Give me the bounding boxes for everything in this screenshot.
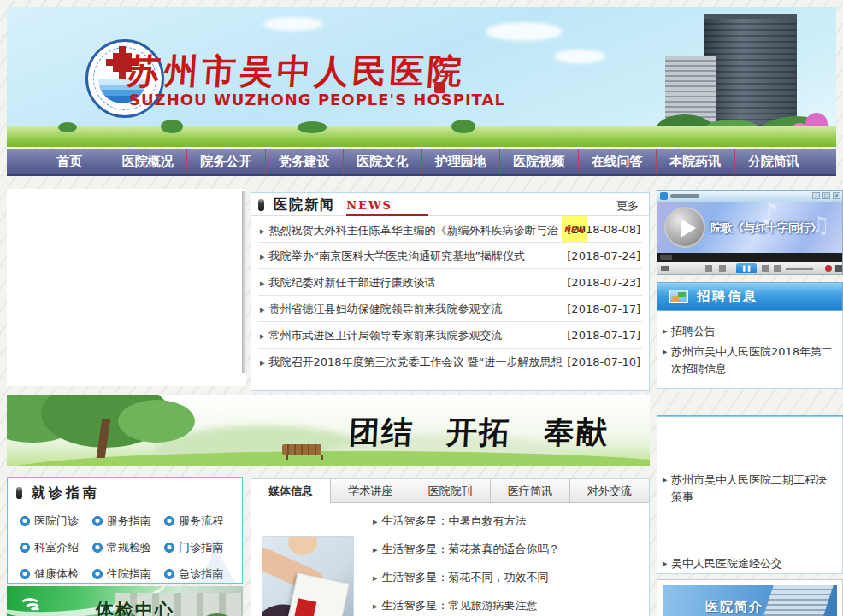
news-more-link[interactable]: 更多 bbox=[616, 198, 639, 214]
announcement-item-label[interactable]: 吴中人民医院途经公交 bbox=[671, 557, 782, 570]
circle-arrow-icon bbox=[164, 516, 174, 526]
playlist-icon[interactable] bbox=[774, 265, 781, 272]
recruit-item[interactable]: 招聘公告 bbox=[657, 323, 842, 340]
news-item-title[interactable]: 我院召开2018年度第三次党委工作会议 暨“进一步解放思想 bbox=[269, 355, 563, 368]
video-player: – □ ✕ ♪ ♫ 院歌《与红十字同行》 ❚❚ bbox=[657, 190, 843, 275]
guide-item-service-guide[interactable]: 服务指南 bbox=[92, 507, 165, 534]
announcement-item[interactable]: 苏州市吴中人民医院二期工程决策事 bbox=[657, 472, 842, 506]
arrow-bullet-icon bbox=[371, 571, 382, 584]
nav-item-qa[interactable]: 在线问答 bbox=[578, 149, 657, 174]
guide-item-service-flow[interactable]: 服务流程 bbox=[164, 507, 237, 534]
recruit-item[interactable]: 苏州市吴中人民医院2018年第二次招聘信息 bbox=[657, 343, 842, 378]
media-photo[interactable] bbox=[262, 536, 354, 616]
nav-item-home[interactable]: 首页 bbox=[31, 149, 109, 174]
next-icon[interactable] bbox=[762, 265, 769, 272]
guide-panel: 就诊指南 医院门诊 服务指南 服务流程 科室介绍 常规检验 门诊指南 健康体检 … bbox=[7, 477, 243, 584]
guide-item-outpatient-guide[interactable]: 门诊指南 bbox=[164, 534, 237, 560]
circle-arrow-icon bbox=[20, 543, 30, 553]
recruit-box: 招聘公告 苏州市吴中人民医院2018年第二次招聘信息 bbox=[657, 311, 843, 389]
recruit-item-label[interactable]: 招聘公告 bbox=[671, 325, 716, 337]
news-title-en: NEWS bbox=[346, 199, 428, 216]
media-item-title[interactable]: 生活智多星：常见旅游病要注意 bbox=[382, 599, 538, 612]
checkup-center-banner[interactable]: 体检中心 bbox=[7, 586, 243, 616]
news-title: 医院新闻 bbox=[274, 197, 335, 213]
building-tower bbox=[704, 14, 797, 133]
nav-item-party[interactable]: 党务建设 bbox=[265, 149, 344, 174]
nav-item-branch[interactable]: 分院简讯 bbox=[734, 149, 813, 174]
announcement-item[interactable]: 吴中人民医院途经公交 bbox=[657, 555, 842, 572]
nav-item-video[interactable]: 医院视频 bbox=[499, 149, 578, 174]
news-row[interactable]: 我院召开2018年度第三次党委工作会议 暨“进一步解放思想 [2018-07-1… bbox=[258, 349, 642, 375]
news-row[interactable]: 热烈祝贺大外科主任陈革华主编的《新编外科疾病诊断与治NEW [2018-08-0… bbox=[258, 216, 642, 243]
play-button[interactable] bbox=[664, 207, 705, 248]
previous-icon[interactable] bbox=[719, 265, 726, 272]
slogan-banner: 团结 开拓 奉献 bbox=[7, 395, 650, 466]
news-item-title[interactable]: 贵州省德江县妇幼保健院领导前来我院参观交流 bbox=[269, 302, 503, 315]
news-item-date: [2018-07-10] bbox=[567, 349, 640, 375]
minimize-icon[interactable]: – bbox=[812, 192, 820, 199]
tab-media-info[interactable]: 媒体信息 bbox=[251, 479, 330, 503]
arrow-bullet-icon bbox=[371, 543, 382, 555]
nav-item-overview[interactable]: 医院概况 bbox=[109, 149, 187, 174]
news-row[interactable]: 常州市武进区卫计局领导专家前来我院参观交流 [2018-07-17] bbox=[258, 322, 642, 349]
nav-item-pharmacy[interactable]: 本院药讯 bbox=[656, 149, 734, 174]
media-item-title[interactable]: 生活智多星：菊花不同，功效不同 bbox=[382, 571, 549, 584]
announcement-item-label[interactable]: 苏州市吴中人民医院二期工程决策事 bbox=[671, 473, 827, 503]
guide-item-outpatient[interactable]: 医院门诊 bbox=[20, 507, 92, 534]
news-row[interactable]: 贵州省德江县妇幼保健院领导前来我院参观交流 [2018-07-17] bbox=[258, 296, 642, 322]
site-header: 苏州市吴中人民医院 SUZHOU WUZHONG PEOPLE'S HOSPIT… bbox=[7, 7, 836, 147]
guide-item-inpatient-guide[interactable]: 住院指南 bbox=[92, 560, 165, 584]
media-item-title[interactable]: 生活智多星：菊花茶真的适合你吗？ bbox=[382, 543, 560, 555]
guide-header: 就诊指南 bbox=[8, 478, 242, 504]
record-icon[interactable] bbox=[825, 265, 832, 272]
progress-label bbox=[660, 255, 672, 260]
media-item[interactable]: 生活智多星：常见旅游病要注意 bbox=[371, 598, 538, 613]
menu-icon[interactable] bbox=[661, 266, 669, 271]
nav-item-nursing[interactable]: 护理园地 bbox=[422, 149, 500, 174]
announcement-box: 苏州市吴中人民医院二期工程决策事 吴中人民医院途经公交 吴中人民医院地理位置 bbox=[657, 417, 843, 574]
intro-title: 医院简介 bbox=[705, 599, 763, 615]
guide-item-routine-tests[interactable]: 常规检验 bbox=[92, 534, 165, 560]
media-item[interactable]: 生活智多星：中暑自救有方法 bbox=[371, 513, 527, 529]
nav-item-open-affairs[interactable]: 院务公开 bbox=[186, 149, 265, 174]
pause-button[interactable]: ❚❚ bbox=[736, 263, 757, 273]
tab-external-exchange[interactable]: 对外交流 bbox=[569, 479, 649, 503]
news-row[interactable]: 我院举办“南京医科大学医患沟通研究基地”揭牌仪式 [2018-07-24] bbox=[258, 243, 642, 269]
slideshow-area[interactable] bbox=[7, 189, 246, 386]
page: 苏州市吴中人民医院 SUZHOU WUZHONG PEOPLE'S HOSPIT… bbox=[0, 0, 843, 616]
news-row[interactable]: 我院纪委对新任干部进行廉政谈话 [2018-07-23] bbox=[258, 269, 642, 296]
guide-item-health-checkup[interactable]: 健康体检 bbox=[20, 560, 92, 584]
tree bbox=[451, 120, 475, 133]
news-item-title[interactable]: 我院纪委对新任干部进行廉政谈话 bbox=[269, 276, 436, 289]
tab-lectures[interactable]: 学术讲座 bbox=[330, 479, 410, 503]
volume-slider[interactable] bbox=[786, 268, 813, 270]
maximize-icon[interactable]: □ bbox=[822, 192, 830, 199]
media-item[interactable]: 生活智多星：菊花不同，功效不同 bbox=[371, 570, 549, 585]
news-item-title[interactable]: 常州市武进区卫计局领导专家前来我院参观交流 bbox=[269, 329, 503, 342]
photo-magazine-label bbox=[293, 598, 317, 616]
circle-arrow-icon bbox=[20, 516, 30, 526]
fullscreen-icon[interactable] bbox=[835, 265, 842, 272]
recruit-item-label[interactable]: 苏州市吴中人民医院2018年第二次招聘信息 bbox=[671, 345, 833, 375]
nav-item-culture[interactable]: 医院文化 bbox=[343, 149, 422, 174]
stop-icon[interactable] bbox=[705, 265, 712, 272]
recruit-header: 招聘信息 bbox=[657, 282, 843, 311]
hospital-intro-image: 医院简介 bbox=[663, 585, 837, 616]
tab-medical-briefs[interactable]: 医疗简讯 bbox=[490, 479, 569, 503]
news-item-title[interactable]: 热烈祝贺大外科主任陈革华主编的《新编外科疾病诊断与治 bbox=[269, 224, 558, 237]
news-item-date: [2018-08-08] bbox=[567, 216, 640, 243]
recruit-icon bbox=[669, 290, 688, 303]
circle-arrow-icon bbox=[164, 543, 174, 553]
header-grass-strip bbox=[7, 126, 836, 147]
video-caption: 院歌《与红十字同行》 bbox=[710, 220, 822, 236]
close-icon[interactable]: ✕ bbox=[833, 192, 840, 199]
media-item-title[interactable]: 生活智多星：中暑自救有方法 bbox=[382, 514, 527, 527]
player-progress-bar[interactable] bbox=[657, 253, 842, 262]
arrow-bullet-icon bbox=[371, 599, 382, 612]
media-item[interactable]: 生活智多星：菊花茶真的适合你吗？ bbox=[371, 542, 560, 557]
circle-arrow-icon bbox=[92, 543, 103, 553]
news-item-title[interactable]: 我院举办“南京医科大学医患沟通研究基地”揭牌仪式 bbox=[269, 249, 525, 262]
guide-item-departments[interactable]: 科室介绍 bbox=[20, 534, 92, 560]
tab-hospital-journal[interactable]: 医院院刊 bbox=[410, 479, 489, 503]
hospital-intro-box[interactable]: 医院简介 bbox=[657, 579, 843, 616]
